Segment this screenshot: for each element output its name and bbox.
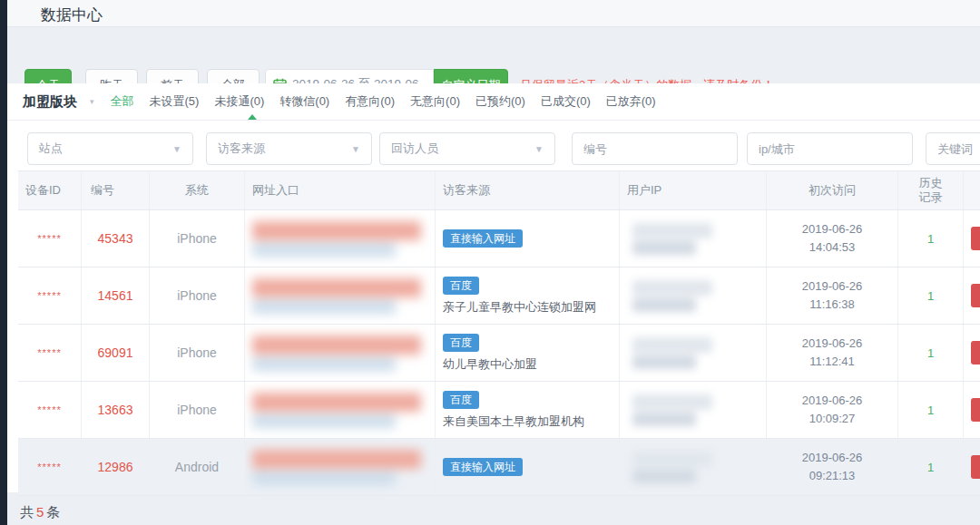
source-tag-badge: 直接输入网址 (443, 229, 523, 248)
redacted-url-blur (252, 335, 421, 371)
first-visit-time: 2019-06-2614:04:53 (802, 220, 863, 257)
device-id-cell: ***** (18, 210, 82, 267)
history-count: 1 (927, 346, 934, 360)
action-cell (964, 439, 980, 495)
tab-2[interactable]: 未接通(0) (214, 93, 264, 110)
device-id-masked: ***** (37, 233, 61, 244)
column-header-label: 设备ID (25, 182, 61, 199)
source-tag-badge: 百度 (443, 391, 479, 409)
redacted-ip-blur (632, 223, 712, 255)
user-ip-cell (620, 382, 767, 438)
source-wrap: 直接输入网址 (443, 229, 523, 248)
visitor-number: 12986 (98, 460, 133, 474)
visit-time: 11:12:41 (802, 353, 863, 371)
collapsed-sidebar-strip[interactable] (0, 0, 7, 525)
table-row: *****14561iPhone百度亲子儿童早教中心连锁加盟网2019-06-2… (18, 267, 980, 325)
visitor-number: 45343 (98, 231, 133, 246)
tab-0[interactable]: 全部 (111, 93, 134, 110)
url-entry-cell (245, 382, 436, 438)
tab-4[interactable]: 有意向(0) (345, 93, 395, 110)
tab-3[interactable]: 转微信(0) (279, 93, 329, 110)
column-header-label: 历史记录 (916, 176, 946, 206)
visitor-number: 14561 (98, 288, 133, 303)
tab-5[interactable]: 无意向(0) (410, 93, 460, 110)
column-header-label: 网址入口 (252, 182, 299, 199)
url-entry-cell (245, 439, 436, 495)
visitor-source-cell: 直接输入网址 (436, 210, 620, 267)
table-row: *****12986Android直接输入网址2019-06-2609:21:1… (18, 439, 980, 496)
visit-time: 10:09:27 (802, 410, 863, 428)
history-cell: 1 (898, 325, 964, 381)
redacted-ip-blur (632, 452, 712, 483)
system-name: iPhone (177, 231, 217, 246)
user-ip-cell (620, 325, 767, 381)
redacted-url-blur (252, 278, 421, 314)
keyword-filter-input[interactable] (926, 132, 980, 165)
action-cell (964, 210, 980, 267)
chevron-down-icon: ▼ (534, 144, 544, 154)
history-cell: 1 (898, 210, 964, 267)
url-entry-cell (245, 267, 436, 324)
table-body: *****45343iPhone直接输入网址2019-06-2614:04:53… (18, 210, 980, 496)
system-name: iPhone (177, 345, 217, 360)
total-count-text: 共5条 (20, 504, 60, 521)
source-wrap: 百度幼儿早教中心加盟 (443, 334, 537, 373)
action-button-clipped[interactable] (971, 227, 980, 250)
source-wrap: 直接输入网址 (443, 458, 523, 476)
first-visit-time: 2019-06-2611:12:41 (802, 335, 863, 371)
ip-city-filter-input[interactable] (747, 132, 913, 165)
action-button-clipped[interactable] (971, 284, 980, 307)
tab-7[interactable]: 已成交(0) (541, 93, 591, 110)
visit-date: 2019-06-26 (802, 392, 863, 410)
tab-1[interactable]: 未设置(5) (150, 93, 200, 110)
device-id-masked: ***** (37, 347, 61, 358)
action-cell (964, 267, 980, 324)
first-visit-cell: 2019-06-2614:04:53 (767, 210, 898, 267)
site-filter-select[interactable]: 站点 ▼ (27, 132, 193, 165)
column-header-6: 初次访问 (767, 171, 898, 209)
system-name: iPhone (177, 288, 217, 303)
action-button-clipped[interactable] (971, 341, 980, 365)
user-ip-cell (620, 267, 767, 324)
first-visit-time: 2019-06-2609:21:13 (802, 449, 863, 485)
column-header-0: 设备ID (18, 171, 82, 209)
first-visit-cell: 2019-06-2610:09:27 (767, 382, 898, 438)
action-button-clipped[interactable] (971, 398, 980, 422)
active-tab-pointer-icon (248, 114, 257, 120)
top-title-bar: 数据中心 (7, 0, 980, 27)
visitor-source-cell: 百度幼儿早教中心加盟 (436, 325, 620, 381)
tab-8[interactable]: 已放弃(0) (606, 93, 656, 110)
visit-time: 11:16:38 (802, 296, 863, 314)
visit-date: 2019-06-26 (802, 220, 863, 238)
status-tabs: 全部未设置(5)未接通(0)转微信(0)有意向(0)无意向(0)已预约(0)已成… (111, 93, 656, 110)
visitors-table: 设备ID编号系统网址入口访客来源用户IP初次访问历史记录 *****45343i… (18, 170, 980, 496)
number-filter-input[interactable] (572, 132, 738, 165)
total-prefix: 共 (20, 504, 34, 520)
column-header-3: 网址入口 (245, 171, 436, 209)
visitor-source-filter-label: 访客来源 (218, 141, 265, 157)
visitor-source-cell: 百度来自美国本土早教加盟机构 (436, 382, 620, 438)
table-row: *****45343iPhone直接输入网址2019-06-2614:04:53… (18, 210, 980, 267)
site-filter-label: 站点 (39, 141, 63, 157)
chevron-down-icon: ▼ (172, 144, 181, 154)
history-cell: 1 (898, 267, 964, 324)
callback-person-filter-select[interactable]: 回访人员 ▼ (379, 132, 555, 165)
column-header-7: 历史记录 (898, 171, 964, 209)
column-header-label: 初次访问 (808, 182, 856, 199)
history-cell: 1 (898, 439, 964, 495)
tab-6[interactable]: 已预约(0) (475, 93, 525, 110)
device-id-masked: ***** (37, 290, 61, 301)
source-wrap: 百度亲子儿童早教中心连锁加盟网 (443, 277, 596, 316)
visitor-source-cell: 百度亲子儿童早教中心连锁加盟网 (436, 267, 620, 324)
column-header-label: 系统 (185, 182, 209, 199)
first-visit-time: 2019-06-2610:09:27 (802, 392, 863, 428)
redacted-url-blur (252, 450, 421, 485)
action-cell (964, 382, 980, 438)
visit-time: 14:04:53 (802, 238, 863, 257)
date-toolbar: 今天 昨天 前天 全部 2019-06-26 至 2019-06 自定义日期 只… (7, 27, 980, 83)
total-count-value: 5 (34, 504, 46, 520)
visitor-number: 69091 (98, 345, 133, 360)
visitor-source-filter-select[interactable]: 访客来源 ▼ (206, 132, 372, 165)
source-tag-badge: 百度 (443, 277, 479, 295)
action-button-clipped[interactable] (971, 455, 980, 479)
